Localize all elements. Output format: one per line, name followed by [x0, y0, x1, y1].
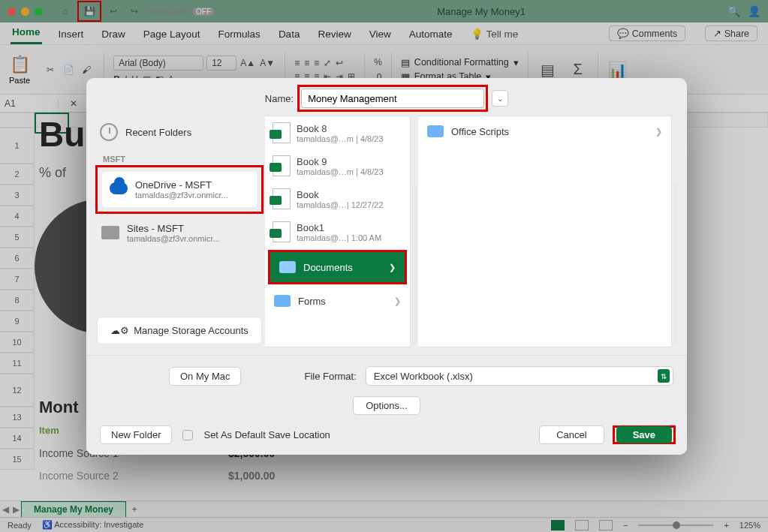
save-button[interactable]: Save	[616, 426, 672, 443]
tab-page-layout[interactable]: Page Layout	[142, 29, 202, 44]
align-top-icon[interactable]: ≡	[294, 58, 300, 68]
undo-icon[interactable]: ↩	[106, 4, 121, 19]
manage-storage-button[interactable]: ☁⚙ Manage Storage Accounts	[97, 317, 262, 344]
row-header[interactable]: 3	[0, 185, 35, 206]
row-header[interactable]: 10	[0, 332, 35, 353]
expand-dialog-button[interactable]: ⌄	[492, 90, 508, 107]
orientation-icon[interactable]: ⤢	[324, 58, 331, 68]
paste-group: 📋 Paste	[9, 55, 30, 85]
tab-tell-me[interactable]: 💡Tell me	[469, 28, 520, 44]
cancel-formula-icon[interactable]: ✕	[59, 98, 89, 109]
share-button[interactable]: ↗ Share	[705, 26, 757, 41]
zoom-slider[interactable]	[638, 524, 713, 526]
tab-formulas[interactable]: Formulas	[217, 29, 262, 44]
zoom-out-icon[interactable]: −	[623, 521, 628, 530]
cell-reference[interactable]: A1	[0, 98, 59, 109]
set-default-checkbox[interactable]	[182, 430, 193, 440]
wrap-text-icon[interactable]: ↩	[336, 58, 343, 68]
font-family-select[interactable]: Arial (Body)	[113, 56, 203, 71]
folder-office-scripts[interactable]: Office Scripts ❯	[418, 116, 671, 146]
save-icon[interactable]: 💾	[82, 4, 97, 19]
location-onedrive[interactable]: OneDrive - MSFT tamaldas@zf3vr.onmicr...	[102, 172, 257, 207]
folder-forms[interactable]: Forms ❯	[265, 286, 410, 316]
file-item[interactable]: Book 9tamaldas@…m | 4/8/23	[265, 149, 410, 182]
row-header[interactable]: 15	[0, 449, 35, 470]
close-window-icon[interactable]	[8, 8, 16, 16]
sheet-prev-icon[interactable]: ◀	[0, 504, 11, 515]
conditional-formatting-button[interactable]: ▤Conditional Formatting ▾	[401, 57, 519, 68]
sheet-tab[interactable]: Manage My Money	[21, 501, 126, 517]
file-item[interactable]: Book1tamaldas@…| 1:00 AM	[265, 215, 410, 248]
cut-icon[interactable]: ✂	[42, 62, 59, 78]
row-header[interactable]: 14	[0, 428, 35, 449]
redo-icon[interactable]: ↪	[127, 4, 142, 19]
align-bottom-icon[interactable]: ≡	[314, 58, 319, 68]
row-header[interactable]: 9	[0, 311, 35, 332]
format-painter-icon[interactable]: 🖌	[78, 62, 95, 78]
folder-documents[interactable]: Documents ❯	[270, 252, 405, 282]
zoom-level[interactable]: 125%	[739, 521, 760, 530]
file-format-select[interactable]: Excel Workbook (.xlsx) ⇅	[366, 366, 673, 386]
excel-file-icon	[273, 155, 291, 176]
cancel-button[interactable]: Cancel	[539, 425, 604, 444]
file-title: Book 8	[297, 123, 384, 134]
add-sheet-button[interactable]: +	[126, 504, 143, 515]
account-icon[interactable]: 👤	[748, 5, 760, 17]
comments-button[interactable]: 💬 Comments	[609, 26, 685, 41]
row-header[interactable]: 1	[0, 128, 35, 164]
align-middle-icon[interactable]: ≡	[304, 58, 309, 68]
tab-insert[interactable]: Insert	[57, 29, 86, 44]
increase-font-icon[interactable]: A▲	[239, 55, 256, 71]
more-icon[interactable]: ⋯	[220, 4, 235, 19]
excel-file-icon	[273, 221, 291, 242]
row-header[interactable]: 13	[0, 407, 35, 428]
row-header[interactable]: 7	[0, 269, 35, 290]
decrease-font-icon[interactable]: A▼	[259, 55, 276, 71]
location-sites[interactable]: Sites - MSFT tamaldas@zf3vr.onmicr...	[94, 215, 265, 251]
insert-cells-icon[interactable]: ▤	[538, 59, 559, 80]
tab-home[interactable]: Home	[11, 26, 42, 44]
on-my-mac-button[interactable]: On My Mac	[169, 367, 241, 386]
editing-icon[interactable]: Σ	[568, 59, 589, 80]
recent-folders-item[interactable]: Recent Folders	[94, 116, 265, 149]
search-icon[interactable]: 🔍	[727, 5, 740, 17]
normal-view-icon[interactable]	[551, 520, 565, 530]
new-folder-button[interactable]: New Folder	[100, 425, 172, 444]
row-header[interactable]: 2	[0, 164, 35, 185]
row-header[interactable]: 8	[0, 290, 35, 311]
row-header[interactable]: 11	[0, 353, 35, 374]
filename-input[interactable]	[301, 89, 484, 108]
row-header[interactable]: 4	[0, 206, 35, 227]
tab-data[interactable]: Data	[277, 29, 302, 44]
minimize-window-icon[interactable]	[21, 8, 29, 16]
scrollbar[interactable]	[412, 183, 417, 344]
row-header[interactable]: 6	[0, 248, 35, 269]
copy-icon[interactable]: 📄	[60, 62, 77, 78]
zoom-window-icon[interactable]	[35, 8, 43, 16]
scrollbar[interactable]	[673, 183, 678, 344]
paste-icon[interactable]: 📋	[10, 55, 30, 74]
row-header[interactable]: 5	[0, 227, 35, 248]
percent-format-icon[interactable]: %	[374, 57, 382, 68]
select-all-corner[interactable]	[0, 113, 35, 128]
sites-label: Sites - MSFT	[127, 223, 220, 234]
page-break-view-icon[interactable]	[599, 520, 613, 530]
cond-fmt-icon: ▤	[401, 57, 410, 68]
accessibility-status[interactable]: ♿ Accessibility: Investigate	[42, 520, 144, 530]
tab-draw[interactable]: Draw	[100, 29, 127, 44]
home-icon[interactable]: ⌂	[58, 4, 73, 19]
options-button[interactable]: Options...	[353, 396, 420, 415]
font-size-select[interactable]: 12	[206, 56, 236, 71]
sheet-next-icon[interactable]: ▶	[11, 504, 21, 515]
file-item[interactable]: Book 8tamaldas@…m | 4/8/23	[265, 116, 410, 149]
chevron-right-icon: ❯	[655, 127, 662, 137]
autosave-toggle[interactable]: OFF	[193, 8, 214, 16]
file-item[interactable]: Booktamaldas@…| 12/27/22	[265, 182, 410, 215]
page-layout-view-icon[interactable]	[575, 520, 589, 530]
zoom-in-icon[interactable]: +	[724, 521, 728, 530]
tab-review[interactable]: Review	[316, 29, 352, 44]
row-header[interactable]: 12	[0, 374, 35, 407]
analyze-data-icon[interactable]: 📊	[607, 59, 628, 80]
tab-view[interactable]: View	[368, 29, 393, 44]
tab-automate[interactable]: Automate	[408, 29, 454, 44]
